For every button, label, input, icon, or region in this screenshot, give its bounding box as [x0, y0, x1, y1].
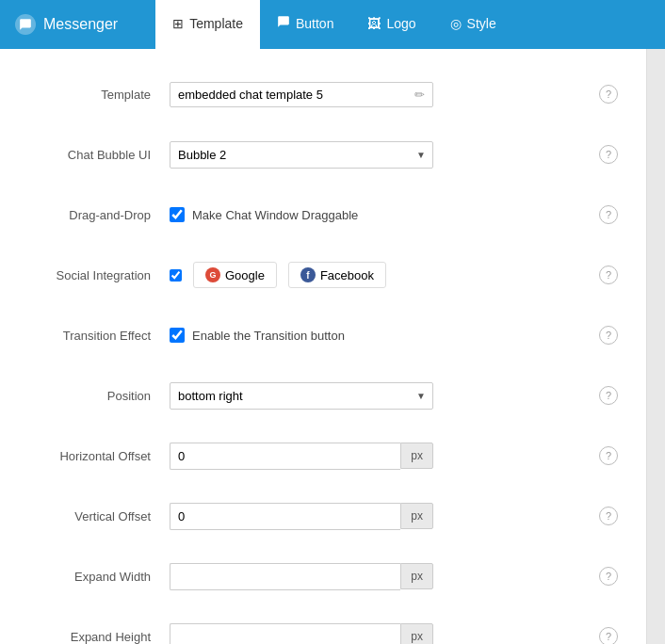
- tab-button[interactable]: Button: [260, 0, 350, 49]
- button-tab-label: Button: [296, 16, 333, 31]
- social-buttons-row: G Google f Facebook: [170, 262, 433, 288]
- transition-effect-control: Enable the Transition button: [170, 328, 433, 343]
- expand-height-control: px: [170, 623, 433, 645]
- transition-effect-checkbox[interactable]: [170, 328, 185, 343]
- expand-height-input-group: px: [170, 623, 433, 645]
- vertical-offset-suffix: px: [400, 503, 433, 529]
- position-select-wrapper: bottom right bottom left top right top l…: [170, 382, 433, 410]
- drag-drop-checkbox-label: Make Chat Window Draggable: [192, 208, 358, 222]
- tab-style[interactable]: ◎ Style: [433, 0, 513, 49]
- chat-bubble-help-icon[interactable]: ?: [599, 145, 618, 164]
- vertical-offset-help-icon[interactable]: ?: [599, 507, 618, 525]
- transition-checkbox-row: Enable the Transition button: [170, 328, 433, 343]
- horizontal-offset-input-group: px: [170, 443, 433, 470]
- facebook-label: Facebook: [320, 268, 374, 282]
- horizontal-offset-row: Horizontal Offset px ?: [19, 439, 627, 473]
- tab-logo[interactable]: 🖼 Logo: [350, 0, 432, 49]
- chat-bubble-control: Bubble 1 Bubble 2 Bubble 3 ▼: [170, 141, 433, 169]
- expand-width-row: Expand Width px ?: [19, 559, 627, 593]
- facebook-icon: f: [300, 267, 316, 282]
- expand-height-help: ?: [599, 627, 627, 644]
- social-integration-label: Social Integration: [19, 268, 170, 282]
- expand-width-help: ?: [599, 567, 627, 586]
- template-input-wrapper: ✏: [170, 82, 433, 107]
- transition-help: ?: [599, 326, 627, 345]
- drag-drop-row: Drag-and-Drop Make Chat Window Draggable…: [19, 198, 627, 232]
- right-panel: [646, 49, 665, 644]
- expand-width-suffix: px: [400, 563, 433, 589]
- social-help-icon[interactable]: ?: [599, 266, 618, 284]
- app-logo-icon: [15, 14, 36, 35]
- template-tab-label: Template: [189, 16, 243, 31]
- drag-drop-checkbox[interactable]: [170, 207, 185, 222]
- drag-drop-label: Drag-and-Drop: [19, 208, 170, 222]
- social-integration-row: Social Integration G Google f Facebook: [19, 258, 627, 292]
- horizontal-offset-control: px: [170, 443, 433, 470]
- logo-tab-label: Logo: [386, 16, 415, 31]
- chat-bubble-row: Chat Bubble UI Bubble 1 Bubble 2 Bubble …: [19, 137, 627, 171]
- social-help: ?: [599, 266, 627, 284]
- style-tab-label: Style: [467, 16, 496, 31]
- chat-bubble-label: Chat Bubble UI: [19, 148, 170, 162]
- expand-height-input[interactable]: [170, 623, 400, 645]
- position-control: bottom right bottom left top right top l…: [170, 382, 433, 410]
- drag-drop-help-icon[interactable]: ?: [599, 205, 618, 224]
- expand-width-help-icon[interactable]: ?: [599, 567, 618, 586]
- horizontal-offset-help-icon[interactable]: ?: [599, 446, 618, 465]
- expand-height-help-icon[interactable]: ?: [599, 627, 618, 644]
- transition-help-icon[interactable]: ?: [599, 326, 618, 345]
- horizontal-offset-input[interactable]: [170, 443, 400, 470]
- app-name: Messenger: [43, 16, 118, 33]
- drag-drop-help: ?: [599, 205, 627, 224]
- vertical-offset-input[interactable]: [170, 503, 400, 530]
- facebook-btn[interactable]: f Facebook: [288, 262, 386, 288]
- button-tab-icon: [277, 15, 290, 31]
- vertical-offset-label: Vertical Offset: [19, 509, 170, 523]
- position-label: Position: [19, 389, 170, 403]
- expand-width-label: Expand Width: [19, 570, 170, 584]
- drag-drop-checkbox-row: Make Chat Window Draggable: [170, 207, 433, 222]
- style-tab-icon: ◎: [450, 16, 462, 31]
- horizontal-offset-suffix: px: [400, 443, 433, 469]
- app-container: Messenger ⊞ Template Button 🖼 Logo ◎ Sty…: [0, 0, 665, 644]
- template-edit-icon[interactable]: ✏: [414, 88, 425, 102]
- template-help-icon[interactable]: ?: [599, 85, 618, 104]
- vertical-offset-help: ?: [599, 507, 627, 525]
- position-help-icon[interactable]: ?: [599, 386, 618, 405]
- position-row: Position bottom right bottom left top ri…: [19, 378, 627, 412]
- vertical-offset-input-group: px: [170, 503, 433, 530]
- logo-tab-icon: 🖼: [367, 16, 381, 31]
- transition-effect-checkbox-label: Enable the Transition button: [192, 329, 345, 343]
- social-integration-control: G Google f Facebook: [170, 262, 433, 288]
- social-integration-checkbox[interactable]: [170, 269, 182, 282]
- template-help: ?: [599, 85, 627, 104]
- main-area: Template ✏ ? Chat Bubble UI Bu: [0, 49, 665, 644]
- expand-height-row: Expand Height px ?: [19, 620, 627, 644]
- chat-bubble-help: ?: [599, 145, 627, 164]
- horizontal-offset-help: ?: [599, 446, 627, 465]
- vertical-offset-control: px: [170, 503, 433, 530]
- template-input[interactable]: [178, 88, 414, 102]
- drag-drop-control: Make Chat Window Draggable: [170, 207, 433, 222]
- google-icon: G: [205, 267, 220, 282]
- app-logo: Messenger: [15, 14, 118, 35]
- tab-template[interactable]: ⊞ Template: [155, 0, 260, 49]
- expand-height-label: Expand Height: [19, 630, 170, 644]
- nav-tabs: ⊞ Template Button 🖼 Logo ◎ Style: [155, 0, 513, 49]
- expand-width-input-group: px: [170, 563, 433, 590]
- google-btn[interactable]: G Google: [193, 262, 277, 288]
- horizontal-offset-label: Horizontal Offset: [19, 449, 170, 463]
- position-select[interactable]: bottom right bottom left top right top l…: [170, 382, 433, 410]
- template-tab-icon: ⊞: [172, 16, 184, 31]
- vertical-offset-row: Vertical Offset px ?: [19, 499, 627, 533]
- transition-effect-label: Transition Effect: [19, 329, 170, 343]
- expand-width-input[interactable]: [170, 563, 400, 590]
- chat-bubble-select[interactable]: Bubble 1 Bubble 2 Bubble 3: [170, 141, 433, 169]
- expand-width-control: px: [170, 563, 433, 590]
- header: Messenger ⊞ Template Button 🖼 Logo ◎ Sty…: [0, 0, 665, 49]
- template-input-container: ✏: [170, 82, 433, 107]
- template-label: Template: [19, 88, 170, 102]
- google-label: Google: [225, 268, 265, 282]
- chat-bubble-select-wrapper: Bubble 1 Bubble 2 Bubble 3 ▼: [170, 141, 433, 169]
- transition-effect-row: Transition Effect Enable the Transition …: [19, 318, 627, 352]
